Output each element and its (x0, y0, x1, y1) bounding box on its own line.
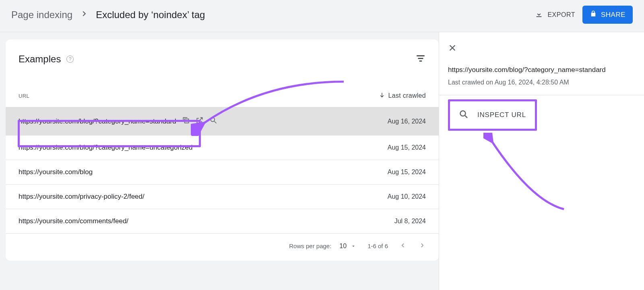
svg-line-10 (465, 116, 468, 118)
examples-card: Examples ? URL Last crawled (6, 39, 439, 261)
svg-line-6 (214, 121, 216, 123)
prev-page-button[interactable] (399, 242, 407, 250)
export-label: EXPORT (547, 11, 575, 19)
header-bar: Page indexing Excluded by ‘noindex’ tag … (0, 0, 644, 32)
row-date: Aug 16, 2024 (374, 118, 426, 125)
chevron-right-icon (80, 9, 89, 21)
filter-icon[interactable] (415, 53, 426, 65)
svg-point-5 (211, 117, 215, 121)
table-head: URL Last crawled (6, 69, 439, 107)
row-url: https://yoursite.com/comments/feed/ (19, 217, 128, 225)
svg-rect-4 (184, 119, 188, 123)
breadcrumb-parent[interactable]: Page indexing (11, 9, 72, 21)
sort-down-icon (379, 92, 385, 100)
export-button[interactable]: EXPORT (535, 10, 575, 20)
column-url[interactable]: URL (19, 93, 29, 99)
lock-icon (590, 10, 597, 20)
table-row[interactable]: https://yoursite.com/blog Aug 15, 2024 (6, 160, 439, 185)
inspect-url-label: INSPECT URL (477, 111, 526, 119)
rows-per-page-select[interactable]: 10 (339, 243, 356, 250)
share-label: SHARE (601, 11, 625, 19)
dropdown-icon (351, 243, 356, 249)
search-icon (459, 109, 469, 121)
share-button[interactable]: SHARE (582, 6, 633, 24)
table-row[interactable]: https://yoursite.com/comments/feed/ Jul … (6, 209, 439, 234)
column-last-crawled[interactable]: Last crawled (379, 92, 426, 100)
card-header: Examples ? (6, 39, 439, 69)
table-body: https://yoursite.com/blog/?category_name… (6, 107, 439, 234)
row-date: Aug 15, 2024 (374, 169, 426, 176)
row-url: https://yoursite.com/blog (19, 168, 93, 176)
close-icon[interactable] (448, 43, 457, 55)
table-row[interactable]: https://yoursite.com/blog/?category_name… (6, 136, 439, 160)
download-icon (535, 10, 543, 20)
row-actions (182, 116, 217, 126)
row-date: Aug 15, 2024 (374, 144, 426, 151)
header-actions: EXPORT SHARE (535, 6, 633, 24)
row-url: https://yoursite.com/blog/?category_name… (19, 144, 192, 152)
content: Examples ? URL Last crawled (0, 32, 644, 290)
row-url: https://yoursite.com/privacy-policy-2/fe… (19, 193, 144, 201)
svg-rect-0 (417, 55, 425, 56)
row-date: Jul 8, 2024 (374, 218, 426, 225)
table-row[interactable]: https://yoursite.com/privacy-policy-2/fe… (6, 185, 439, 209)
main-area: Examples ? URL Last crawled (0, 32, 439, 290)
help-icon[interactable]: ? (66, 56, 74, 63)
rows-per-page-label: Rows per page: (289, 243, 331, 249)
svg-rect-2 (419, 60, 422, 62)
copy-icon[interactable] (182, 116, 190, 126)
detail-panel: https://yoursite.com/blog/?category_name… (439, 32, 644, 290)
divider (439, 95, 644, 95)
row-url: https://yoursite.com/blog/?category_name… (19, 117, 176, 125)
annotation-arrow-right (483, 133, 572, 221)
open-external-icon[interactable] (196, 116, 204, 126)
table-row[interactable]: https://yoursite.com/blog/?category_name… (6, 107, 439, 136)
next-page-button[interactable] (419, 242, 426, 250)
svg-point-9 (460, 111, 466, 116)
card-title: Examples (19, 53, 61, 65)
pagination-range: 1-6 of 6 (367, 243, 388, 249)
breadcrumb-current: Excluded by ‘noindex’ tag (96, 9, 205, 21)
card-title-group: Examples ? (19, 53, 74, 65)
svg-rect-1 (418, 58, 423, 59)
inspect-url-button[interactable]: INSPECT URL (448, 99, 537, 131)
detail-url: https://yoursite.com/blog/?category_name… (448, 66, 633, 74)
detail-last-crawled: Last crawled on Aug 16, 2024, 4:28:50 AM (448, 79, 633, 86)
row-date: Aug 10, 2024 (374, 193, 426, 200)
breadcrumbs: Page indexing Excluded by ‘noindex’ tag (11, 9, 205, 21)
pagination: Rows per page: 10 1-6 of 6 (6, 234, 439, 261)
inspect-icon[interactable] (209, 116, 217, 126)
